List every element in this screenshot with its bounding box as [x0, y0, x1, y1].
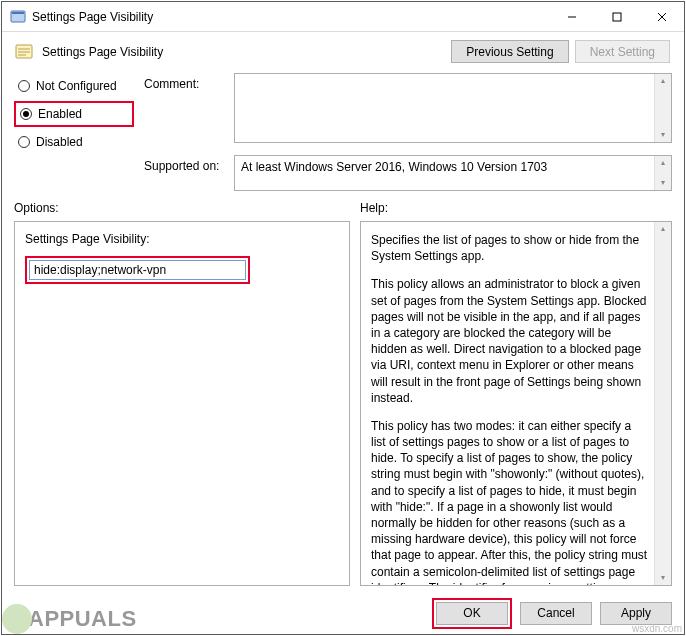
header-title: Settings Page Visibility: [42, 45, 451, 59]
watermark-logo: APPUALS: [2, 604, 137, 634]
maximize-button[interactable]: [594, 2, 639, 31]
radio-icon: [18, 136, 30, 148]
header-row: Settings Page Visibility Previous Settin…: [2, 32, 684, 69]
supported-on-value: At least Windows Server 2016, Windows 10…: [241, 160, 547, 174]
supported-on-label: Supported on:: [144, 155, 234, 173]
watermark-left-text: APPUALS: [28, 606, 137, 632]
help-paragraph: Specifies the list of pages to show or h…: [371, 232, 649, 264]
policy-editor-window: Settings Page Visibility Settings Page V…: [1, 1, 685, 635]
options-panel: Settings Page Visibility:: [14, 221, 350, 586]
scrollbar[interactable]: ▴▾: [654, 222, 671, 585]
help-label: Help:: [360, 201, 388, 215]
comment-label: Comment:: [144, 73, 234, 91]
radio-not-configured[interactable]: Not Configured: [14, 75, 134, 97]
radio-icon: [20, 108, 32, 120]
comment-textarea[interactable]: ▴▾: [234, 73, 672, 143]
meta-column: Comment: ▴▾ Supported on: At least Windo…: [144, 73, 672, 191]
scrollbar[interactable]: ▴▾: [654, 156, 671, 190]
radio-label: Not Configured: [36, 79, 117, 93]
settings-page-visibility-input[interactable]: [29, 260, 246, 280]
options-field-label: Settings Page Visibility:: [25, 232, 339, 246]
window-icon: [10, 9, 26, 25]
radio-enabled[interactable]: Enabled: [16, 103, 132, 125]
dialog-footer: APPUALS OK Cancel Apply: [2, 592, 684, 634]
svg-rect-3: [613, 13, 621, 21]
options-input-highlight: [25, 256, 250, 284]
radio-disabled[interactable]: Disabled: [14, 131, 134, 153]
help-paragraph: This policy has two modes: it can either…: [371, 418, 649, 586]
window-controls: [549, 2, 684, 31]
radio-label: Enabled: [38, 107, 82, 121]
supported-on-box: At least Windows Server 2016, Windows 10…: [234, 155, 672, 191]
section-labels: Options: Help:: [2, 199, 684, 219]
help-panel: Specifies the list of pages to show or h…: [360, 221, 672, 586]
ok-button[interactable]: OK: [436, 602, 508, 625]
upper-section: Not Configured Enabled Disabled Comment:…: [2, 69, 684, 199]
apply-button[interactable]: Apply: [600, 602, 672, 625]
lower-section: Settings Page Visibility: Specifies the …: [2, 219, 684, 592]
radio-icon: [18, 80, 30, 92]
previous-setting-button[interactable]: Previous Setting: [451, 40, 568, 63]
close-button[interactable]: [639, 2, 684, 31]
options-label: Options:: [14, 201, 360, 215]
next-setting-button[interactable]: Next Setting: [575, 40, 670, 63]
svg-rect-1: [12, 12, 24, 14]
cancel-button[interactable]: Cancel: [520, 602, 592, 625]
scrollbar[interactable]: ▴▾: [654, 74, 671, 142]
minimize-button[interactable]: [549, 2, 594, 31]
ok-button-highlight: OK: [432, 598, 512, 629]
titlebar: Settings Page Visibility: [2, 2, 684, 32]
state-radio-group: Not Configured Enabled Disabled: [14, 73, 134, 191]
apple-icon: [2, 604, 32, 634]
window-title: Settings Page Visibility: [32, 10, 549, 24]
help-paragraph: This policy allows an administrator to b…: [371, 276, 649, 406]
radio-label: Disabled: [36, 135, 83, 149]
policy-icon: [14, 42, 34, 62]
